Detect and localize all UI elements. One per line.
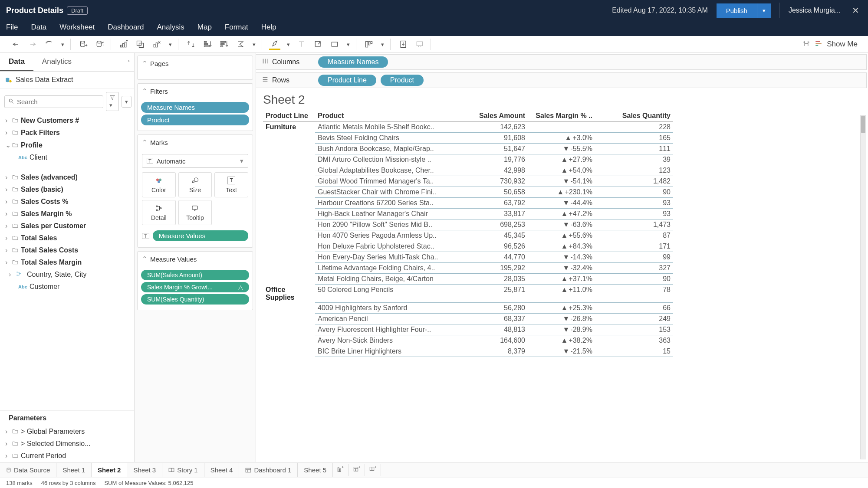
field-sales-margin-[interactable]: ›Sales Margin % bbox=[0, 208, 134, 220]
margin-cell[interactable]: -32.4% bbox=[528, 263, 595, 274]
product-cell[interactable]: Hon 2090 "Pillow Soft" Series Mid B.. bbox=[315, 219, 467, 230]
show-cards-icon[interactable] bbox=[363, 39, 375, 50]
amount-cell[interactable]: 33,817 bbox=[467, 209, 528, 219]
margin-cell[interactable]: +27.9% bbox=[528, 154, 595, 165]
tab-datasource[interactable]: Data Source bbox=[0, 463, 56, 477]
field-total-sales-costs[interactable]: ›Total Sales Costs bbox=[0, 244, 134, 256]
tab-sheet-2[interactable]: Sheet 2 bbox=[92, 463, 127, 477]
param--global-parameters[interactable]: ›> Global Parameters bbox=[0, 426, 134, 438]
measure-pill[interactable]: SUM(Sales Amount) bbox=[141, 270, 249, 280]
data-menu-icon[interactable]: ▾ bbox=[122, 96, 132, 108]
quantity-cell[interactable]: 153 bbox=[595, 324, 673, 335]
quantity-cell[interactable]: 111 bbox=[595, 144, 673, 154]
column-header[interactable]: Sales Amount bbox=[467, 110, 528, 122]
highlight-icon[interactable] bbox=[269, 39, 280, 50]
param-current-period[interactable]: ›Current Period bbox=[0, 450, 134, 462]
new-datasource-icon[interactable] bbox=[78, 39, 89, 50]
quantity-cell[interactable]: 327 bbox=[595, 263, 673, 274]
product-cell[interactable]: DMI Arturo Collection Mission-style .. bbox=[315, 154, 467, 165]
amount-cell[interactable]: 50,658 bbox=[467, 187, 528, 198]
measure-pill[interactable]: Sales Margin % Growt...△ bbox=[141, 282, 249, 292]
label-icon[interactable] bbox=[296, 39, 307, 50]
product-cell[interactable]: Global Adaptabilites Bookcase, Cher.. bbox=[315, 165, 467, 176]
field-sales-per-customer[interactable]: ›Sales per Customer bbox=[0, 220, 134, 232]
column-header[interactable]: Sales Margin % .. bbox=[528, 110, 595, 122]
product-cell[interactable]: American Pencil bbox=[315, 314, 467, 324]
margin-cell[interactable]: +55.6% bbox=[528, 230, 595, 241]
margin-cell[interactable]: -14.3% bbox=[528, 252, 595, 263]
product-cell[interactable]: Hon Deluxe Fabric Upholstered Stac.. bbox=[315, 241, 467, 252]
totals-icon[interactable] bbox=[235, 39, 246, 50]
sort-desc-icon[interactable] bbox=[218, 39, 230, 50]
highlight-drop-icon[interactable]: ▾ bbox=[286, 39, 291, 50]
field-sales-costs-[interactable]: ›Sales Costs % bbox=[0, 196, 134, 208]
column-header[interactable]: Sales Quantity bbox=[595, 110, 673, 122]
field-country-state-city[interactable]: ›Country, State, City bbox=[0, 269, 134, 281]
menu-help[interactable]: Help bbox=[261, 23, 276, 32]
mark-text[interactable]: TText bbox=[214, 172, 248, 197]
product-cell[interactable]: BIC Brite Liner Highlighters bbox=[315, 346, 467, 357]
product-cell[interactable]: 4009 Highlighters by Sanford bbox=[315, 303, 467, 314]
amount-cell[interactable]: 195,292 bbox=[467, 263, 528, 274]
sort-asc-icon[interactable] bbox=[202, 39, 213, 50]
quantity-cell[interactable]: 123 bbox=[595, 165, 673, 176]
margin-cell[interactable]: +38.2% bbox=[528, 335, 595, 346]
tab-data[interactable]: Data bbox=[0, 53, 33, 71]
annotate-icon[interactable] bbox=[312, 39, 324, 50]
product-cell[interactable]: Harbour Creations 67200 Series Sta.. bbox=[315, 198, 467, 209]
quantity-cell[interactable]: 165 bbox=[595, 133, 673, 144]
amount-cell[interactable]: 44,770 bbox=[467, 252, 528, 263]
margin-cell[interactable]: +37.1% bbox=[528, 274, 595, 285]
quantity-cell[interactable]: 99 bbox=[595, 252, 673, 263]
mark-tooltip[interactable]: Tooltip bbox=[178, 200, 212, 225]
column-header[interactable]: Product Line bbox=[263, 110, 315, 122]
amount-cell[interactable]: 51,647 bbox=[467, 144, 528, 154]
menu-file[interactable]: File bbox=[6, 23, 18, 32]
product-cell[interactable]: 50 Colored Long Pencils bbox=[315, 285, 467, 303]
filter-pill[interactable]: Product bbox=[141, 115, 249, 125]
revert-icon[interactable] bbox=[43, 39, 55, 50]
product-cell[interactable]: GuestStacker Chair with Chrome Fini.. bbox=[315, 187, 467, 198]
clear-drop-icon[interactable]: ▾ bbox=[168, 39, 173, 50]
product-cell[interactable]: Hon Every-Day Series Multi-Task Cha.. bbox=[315, 252, 467, 263]
menu-data[interactable]: Data bbox=[31, 23, 46, 32]
amount-cell[interactable]: 28,035 bbox=[467, 274, 528, 285]
presentation-icon[interactable] bbox=[414, 39, 425, 50]
margin-cell[interactable]: -54.1% bbox=[528, 176, 595, 187]
publish-button[interactable]: Publish bbox=[717, 3, 757, 18]
tab-sheet-4[interactable]: Sheet 4 bbox=[204, 463, 240, 477]
quantity-cell[interactable]: 87 bbox=[595, 230, 673, 241]
tab-analytics[interactable]: Analytics bbox=[33, 53, 80, 71]
product-cell[interactable]: Global Wood Trimmed Manager's Ta.. bbox=[315, 176, 467, 187]
undo-icon[interactable] bbox=[10, 39, 22, 50]
product-cell[interactable]: Metal Folding Chairs, Beige, 4/Carton bbox=[315, 274, 467, 285]
field-customer[interactable]: AbcCustomer bbox=[0, 281, 134, 293]
new-dashboard-icon[interactable] bbox=[349, 464, 365, 476]
field-total-sales-margin[interactable]: ›Total Sales Margin bbox=[0, 256, 134, 269]
product-cell[interactable]: Avery Fluorescent Highlighter Four-.. bbox=[315, 324, 467, 335]
margin-cell[interactable]: +84.3% bbox=[528, 241, 595, 252]
quantity-cell[interactable]: 15 bbox=[595, 346, 673, 357]
quantity-cell[interactable]: 39 bbox=[595, 154, 673, 165]
amount-cell[interactable]: 19,776 bbox=[467, 154, 528, 165]
quantity-cell[interactable]: 93 bbox=[595, 198, 673, 209]
quantity-cell[interactable]: 249 bbox=[595, 314, 673, 324]
new-story-icon[interactable] bbox=[365, 464, 381, 476]
amount-cell[interactable]: 8,379 bbox=[467, 346, 528, 357]
product-cell[interactable]: Atlantic Metals Mobile 5-Shelf Bookc.. bbox=[315, 122, 467, 133]
product-cell[interactable]: Hon 4070 Series Pagoda Armless Up.. bbox=[315, 230, 467, 241]
duplicate-icon[interactable] bbox=[135, 39, 146, 50]
amount-cell[interactable]: 142,623 bbox=[467, 122, 528, 133]
amount-cell[interactable]: 48,813 bbox=[467, 324, 528, 335]
amount-cell[interactable]: 56,280 bbox=[467, 303, 528, 314]
redo-icon[interactable] bbox=[27, 39, 38, 50]
show-me-button[interactable]: Show Me bbox=[802, 39, 863, 50]
tab-sheet-1[interactable]: Sheet 1 bbox=[56, 463, 92, 477]
field-profile[interactable]: ⌄Profile bbox=[0, 139, 134, 151]
product-cell[interactable]: Avery Non-Stick Binders bbox=[315, 335, 467, 346]
revert-drop-icon[interactable]: ▾ bbox=[60, 39, 65, 50]
menu-map[interactable]: Map bbox=[197, 23, 212, 32]
margin-cell[interactable]: -55.5% bbox=[528, 144, 595, 154]
mark-size[interactable]: Size bbox=[178, 172, 212, 197]
quantity-cell[interactable]: 66 bbox=[595, 303, 673, 314]
